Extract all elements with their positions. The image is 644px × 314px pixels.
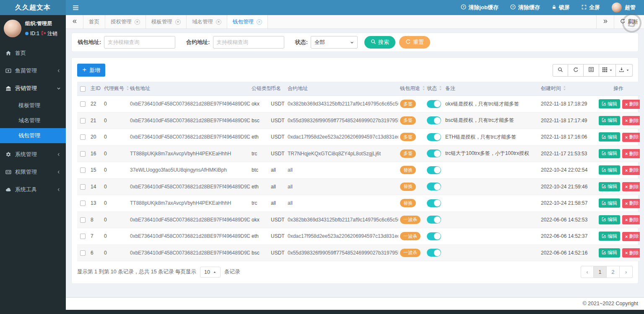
edit-button[interactable]: 编辑 — [599, 198, 620, 208]
sidebar-item-fry[interactable]: 鱼苗管理 — [0, 62, 66, 80]
status-toggle[interactable] — [427, 100, 441, 108]
page-button-2[interactable]: 2 — [607, 266, 620, 278]
status-toggle[interactable] — [427, 133, 441, 141]
edit-button[interactable]: 编辑 — [599, 116, 620, 125]
delete-button[interactable]: ×删除 — [622, 182, 640, 191]
status-toggle[interactable] — [427, 166, 441, 174]
table-body: 2200xbE736410dF458C00736821d28BE97Ff4964… — [77, 96, 640, 261]
sort-icon[interactable] — [563, 86, 566, 92]
table-search-button[interactable] — [553, 64, 568, 77]
sidebar-toggle-button[interactable] — [66, 0, 85, 15]
delete-button[interactable]: ×删除 — [622, 199, 640, 208]
status-select[interactable]: 全部 — [311, 36, 358, 49]
sort-icon[interactable] — [422, 86, 425, 92]
status-toggle[interactable] — [427, 183, 441, 190]
status-toggle[interactable] — [427, 116, 441, 124]
tab-wallet[interactable]: 钱包管理× — [227, 15, 268, 28]
reset-button[interactable]: 重置 — [399, 36, 430, 49]
column-header-agent[interactable]: 代理账号 — [102, 82, 128, 96]
edit-button[interactable]: 编辑 — [599, 248, 620, 257]
row-checkbox[interactable] — [80, 151, 86, 157]
delete-button[interactable]: ×删除 — [622, 248, 640, 257]
edit-button[interactable]: 编辑 — [599, 132, 620, 142]
tab-auth[interactable]: 授权管理× — [105, 15, 146, 28]
delete-button[interactable]: ×删除 — [622, 215, 640, 224]
add-button[interactable]: 新增 — [77, 64, 105, 77]
row-checkbox[interactable] — [80, 250, 86, 256]
next-page-button[interactable]: › — [620, 266, 633, 278]
row-checkbox[interactable] — [80, 118, 86, 124]
row-checkbox[interactable] — [80, 134, 86, 140]
tab-close-icon[interactable]: × — [135, 19, 140, 25]
edit-button[interactable]: 编辑 — [599, 215, 620, 224]
status-toggle[interactable] — [427, 199, 441, 207]
status-toggle[interactable] — [427, 249, 441, 257]
refresh-tab-button[interactable]: 刷新 — [614, 15, 644, 28]
edit-button[interactable]: 编辑 — [599, 149, 620, 158]
row-checkbox[interactable] — [80, 101, 86, 107]
edit-button[interactable]: 编辑 — [599, 232, 620, 241]
table-header: 主ID代理账号钱包地址公链类型币名合约地址钱包用途状态备注创建时间操作 — [77, 82, 640, 96]
wallet-filter-input[interactable] — [104, 36, 175, 49]
chevron-left-icon — [57, 152, 61, 157]
topbar-user-menu[interactable]: 超管 — [612, 3, 636, 13]
tabs-scroll-left-button[interactable] — [66, 15, 83, 28]
sort-icon[interactable] — [126, 86, 129, 92]
delete-button[interactable]: ×删除 — [622, 166, 640, 175]
cell-created: 2022-11-18 17:18:29 — [539, 96, 597, 113]
delete-button[interactable]: ×删除 — [622, 149, 640, 158]
column-header-usage[interactable]: 钱包用途 — [398, 82, 425, 96]
table-refresh-button[interactable] — [568, 64, 584, 77]
sidebar-subitem-template[interactable]: 模板管理 — [0, 98, 66, 113]
sort-icon[interactable] — [439, 86, 442, 92]
row-checkbox[interactable] — [80, 234, 86, 239]
tab-close-icon[interactable]: × — [257, 19, 262, 25]
status-toggle[interactable] — [427, 232, 441, 240]
prev-page-button[interactable]: ‹ — [581, 266, 594, 278]
sidebar-subitem-wallet[interactable]: 钱包管理 — [0, 128, 66, 143]
logout-link[interactable]: 注销 — [41, 30, 57, 37]
select-all-checkbox[interactable] — [80, 86, 86, 92]
tab-label: 钱包管理 — [233, 18, 254, 26]
tab-close-icon[interactable]: × — [175, 19, 181, 25]
row-checkbox[interactable] — [80, 184, 86, 190]
edit-button[interactable]: 编辑 — [599, 165, 620, 175]
tab-close-icon[interactable]: × — [216, 19, 221, 25]
toggle-view-button[interactable] — [584, 64, 599, 77]
row-checkbox[interactable] — [80, 167, 86, 173]
row-checkbox[interactable] — [80, 217, 86, 223]
delete-button[interactable]: ×删除 — [622, 100, 640, 109]
tabs-scroll-right-button[interactable] — [596, 15, 614, 28]
column-header-created[interactable]: 创建时间 — [539, 82, 597, 96]
sidebar-item-system[interactable]: 系统管理 — [0, 146, 66, 163]
topbar-item-clear-cache[interactable]: ?清除缓存 — [510, 4, 540, 11]
tab-home[interactable]: 首页 — [83, 15, 105, 28]
sidebar-item-tools[interactable]: 系统工具 — [0, 181, 66, 198]
column-header-contract: 合约地址 — [286, 82, 398, 96]
status-toggle[interactable] — [427, 216, 441, 224]
topbar-item-fullscreen[interactable]: 全屏 — [582, 4, 600, 11]
columns-button[interactable] — [599, 64, 616, 77]
contract-filter-input[interactable] — [213, 36, 284, 49]
search-button[interactable]: 搜索 — [364, 36, 395, 49]
edit-button[interactable]: 编辑 — [599, 99, 620, 108]
status-toggle[interactable] — [427, 149, 441, 157]
sidebar-subitem-domain[interactable]: 域名管理 — [0, 113, 66, 128]
delete-button[interactable]: ×删除 — [622, 232, 640, 241]
delete-button[interactable]: ×删除 — [622, 116, 640, 125]
topbar-item-lock-screen[interactable]: 锁屏 — [552, 4, 570, 11]
tab-template[interactable]: 模板管理× — [146, 15, 187, 28]
export-button[interactable] — [616, 64, 633, 77]
sidebar-item-marketing[interactable]: 营销管理 — [0, 80, 66, 97]
edit-button[interactable]: 编辑 — [599, 182, 620, 191]
sidebar-item-home[interactable]: 首页 — [0, 44, 66, 62]
topbar-item-clear-job-cache[interactable]: ?清除job缓存 — [461, 4, 499, 11]
page-size-select[interactable]: 10 — [200, 267, 221, 278]
delete-button[interactable]: ×删除 — [622, 133, 640, 142]
tab-domain[interactable]: 域名管理× — [187, 15, 227, 28]
column-header-status[interactable]: 状态 — [425, 82, 444, 96]
page-button-1[interactable]: 1 — [594, 266, 607, 278]
delete-button-label: 删除 — [629, 151, 639, 157]
sidebar-item-permission[interactable]: 权限管理 — [0, 163, 66, 181]
row-checkbox[interactable] — [80, 201, 86, 206]
